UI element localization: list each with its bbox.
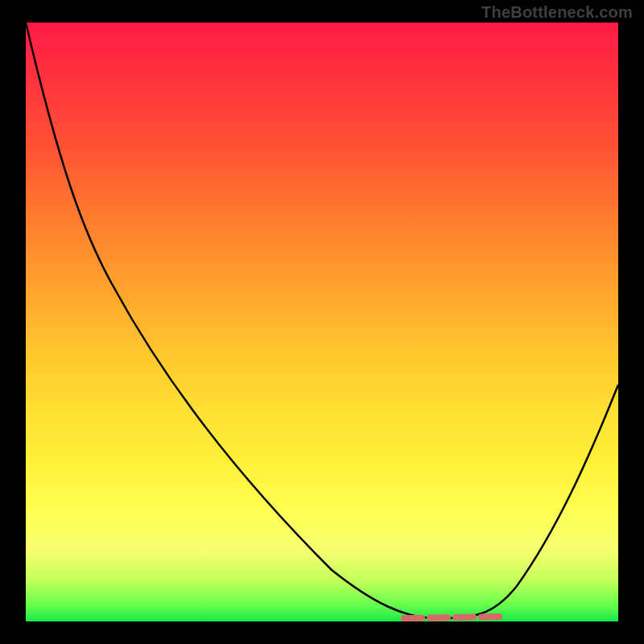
chart-container: TheBottleneck.com bbox=[0, 0, 644, 644]
bottleneck-curve bbox=[26, 23, 618, 621]
optimal-range-marker bbox=[404, 617, 505, 618]
curve-line bbox=[26, 23, 618, 618]
watermark-text: TheBottleneck.com bbox=[481, 3, 633, 22]
plot-area bbox=[26, 23, 618, 621]
